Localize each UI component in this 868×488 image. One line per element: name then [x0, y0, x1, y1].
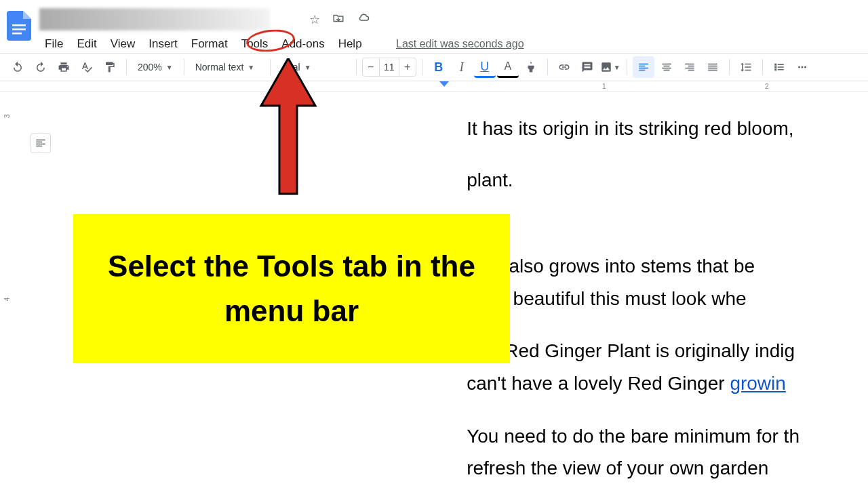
menu-bar: File Edit View Insert Format Tools Add-o… [39, 35, 368, 54]
title-action-icons: ☆ [309, 12, 370, 28]
menu-help[interactable]: Help [333, 35, 368, 54]
ruler-tick: 3 [3, 115, 11, 119]
underline-button[interactable]: U [474, 56, 496, 78]
star-icon[interactable]: ☆ [309, 12, 320, 28]
body-text: It has its origin in its striking red bl… [467, 113, 868, 145]
text-color-button[interactable]: A [497, 56, 519, 78]
zoom-value: 200% [138, 62, 162, 73]
svg-point-4 [801, 66, 803, 68]
separator [126, 59, 127, 75]
menu-insert[interactable]: Insert [143, 35, 183, 54]
zoom-dropdown[interactable]: 200%▼ [132, 56, 178, 78]
svg-rect-0 [12, 24, 26, 26]
print-button[interactable] [53, 56, 75, 78]
svg-rect-2 [12, 33, 22, 35]
bold-button[interactable]: B [428, 56, 450, 78]
svg-point-3 [798, 66, 800, 68]
checklist-button[interactable] [768, 56, 790, 78]
align-justify-button[interactable] [702, 56, 724, 78]
font-dropdown[interactable]: Arial▼ [276, 56, 351, 78]
separator [270, 59, 271, 75]
ruler-tick: 2 [765, 83, 769, 90]
menu-addons[interactable]: Add-ons [276, 35, 330, 54]
body-text: hoot also grows into stems that be [467, 250, 868, 283]
menu-view[interactable]: View [105, 35, 141, 54]
font-size-control: − 11 + [362, 58, 416, 77]
ruler-tick: 4 [3, 298, 11, 302]
align-left-button[interactable] [633, 56, 654, 78]
body-text: You need to do the bare minimum for th [467, 420, 868, 453]
cloud-status-icon[interactable] [357, 12, 370, 28]
body-text: tterly beautiful this must look whe [467, 283, 868, 315]
insert-comment-button[interactable] [576, 56, 598, 78]
align-right-button[interactable] [679, 56, 701, 78]
menu-tools[interactable]: Tools [236, 35, 274, 54]
docs-logo-icon[interactable] [5, 9, 33, 43]
ruler-tick: 1 [602, 83, 606, 90]
spellcheck-button[interactable] [76, 56, 98, 78]
align-center-button[interactable] [656, 56, 677, 78]
insert-image-button[interactable]: ▼ [599, 56, 621, 78]
hyperlink[interactable]: growin [730, 373, 785, 394]
chevron-down-icon: ▼ [166, 64, 173, 71]
font-value: Arial [281, 62, 300, 73]
decrease-font-size-button[interactable]: − [363, 61, 379, 73]
menu-format[interactable]: Format [186, 35, 233, 54]
separator [422, 59, 422, 75]
increase-font-size-button[interactable]: + [399, 61, 416, 73]
separator [762, 59, 763, 75]
vertical-ruler[interactable]: 3 4 [0, 92, 22, 488]
more-button[interactable] [791, 56, 813, 78]
menu-edit[interactable]: Edit [71, 35, 102, 54]
menu-file[interactable]: File [39, 35, 68, 54]
italic-button[interactable]: I [451, 56, 473, 78]
separator [184, 59, 184, 75]
separator [547, 59, 548, 75]
horizontal-ruler[interactable]: 1 2 [0, 81, 868, 92]
move-icon[interactable] [332, 12, 344, 28]
font-size-value[interactable]: 11 [379, 58, 399, 76]
body-text: The Red Ginger Plant is originally indig [467, 335, 868, 367]
insert-link-button[interactable] [553, 56, 575, 78]
separator [627, 59, 627, 75]
last-edit-link[interactable]: Last edit was seconds ago [396, 38, 524, 50]
body-text-span: can't have a lovely Red Ginger [467, 373, 730, 394]
redo-button[interactable] [30, 56, 52, 78]
chevron-down-icon: ▼ [304, 64, 311, 71]
indent-marker-icon[interactable] [439, 81, 449, 87]
body-text: can't have a lovely Red Ginger growin [467, 367, 868, 400]
highlight-button[interactable] [520, 56, 542, 78]
title-bar: File Edit View Insert Format Tools Add-o… [0, 0, 868, 53]
line-spacing-button[interactable] [735, 56, 757, 78]
document-outline-button[interactable] [31, 133, 51, 153]
toolbar: 200%▼ Normal text▼ Arial▼ − 11 + B I U A… [0, 53, 868, 81]
style-value: Normal text [195, 62, 244, 73]
body-text: plant. [467, 164, 868, 197]
chevron-down-icon: ▼ [248, 64, 254, 71]
separator [729, 59, 730, 75]
paint-format-button[interactable] [99, 56, 121, 78]
undo-button[interactable] [7, 56, 28, 78]
annotation-callout: Select the Tools tab in the menu bar [73, 214, 510, 363]
body-text: refresh the view of your own garden [467, 452, 868, 485]
svg-point-5 [804, 66, 806, 68]
paragraph-style-dropdown[interactable]: Normal text▼ [190, 56, 264, 78]
document-title[interactable] [39, 8, 270, 30]
chevron-down-icon: ▼ [614, 64, 620, 71]
svg-rect-1 [12, 28, 26, 30]
separator [356, 59, 357, 75]
